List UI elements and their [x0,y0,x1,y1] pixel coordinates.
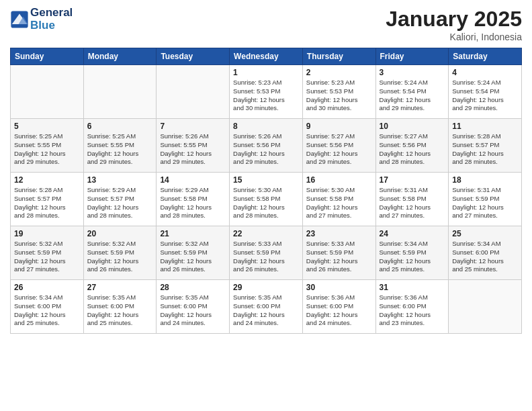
calendar-cell: 4Sunrise: 5:24 AM Sunset: 5:54 PM Daylig… [449,65,522,119]
day-number: 20 [87,229,153,238]
day-info: Sunrise: 5:26 AM Sunset: 5:56 PM Dayligh… [233,132,299,167]
day-number: 21 [160,229,226,238]
day-info: Sunrise: 5:32 AM Sunset: 5:59 PM Dayligh… [14,240,80,274]
day-info: Sunrise: 5:30 AM Sunset: 5:58 PM Dayligh… [306,186,372,220]
day-info: Sunrise: 5:28 AM Sunset: 5:57 PM Dayligh… [452,132,518,167]
day-number: 28 [160,283,226,292]
calendar-page: General Blue January 2025 Kaliori, Indon… [0,0,532,411]
day-info: Sunrise: 5:23 AM Sunset: 5:53 PM Dayligh… [233,79,299,113]
calendar-cell: 17Sunrise: 5:31 AM Sunset: 5:58 PM Dayli… [375,173,449,226]
calendar-week-1: 1Sunrise: 5:23 AM Sunset: 5:53 PM Daylig… [11,65,522,119]
calendar-week-3: 12Sunrise: 5:28 AM Sunset: 5:57 PM Dayli… [11,173,522,226]
logo-icon [10,10,29,29]
calendar-cell: 5Sunrise: 5:25 AM Sunset: 5:55 PM Daylig… [11,119,84,173]
calendar-cell: 16Sunrise: 5:30 AM Sunset: 5:58 PM Dayli… [302,173,375,226]
calendar-cell: 21Sunrise: 5:32 AM Sunset: 5:59 PM Dayli… [157,226,230,280]
day-info: Sunrise: 5:35 AM Sunset: 6:00 PM Dayligh… [160,293,226,328]
day-number: 17 [380,175,445,185]
calendar-cell: 6Sunrise: 5:25 AM Sunset: 5:55 PM Daylig… [83,119,157,173]
calendar-cell: 20Sunrise: 5:32 AM Sunset: 5:59 PM Dayli… [83,226,157,280]
col-tuesday: Tuesday [157,48,230,65]
day-info: Sunrise: 5:34 AM Sunset: 6:00 PM Dayligh… [14,293,80,328]
calendar-cell: 8Sunrise: 5:26 AM Sunset: 5:56 PM Daylig… [230,119,303,173]
header: General Blue January 2025 Kaliori, Indon… [10,7,522,42]
calendar-cell: 14Sunrise: 5:29 AM Sunset: 5:58 PM Dayli… [157,173,230,226]
day-number: 15 [233,175,299,185]
day-info: Sunrise: 5:31 AM Sunset: 5:58 PM Dayligh… [380,186,445,220]
month-title: January 2025 [386,7,522,32]
day-info: Sunrise: 5:34 AM Sunset: 6:00 PM Dayligh… [452,240,518,274]
calendar-cell: 2Sunrise: 5:23 AM Sunset: 5:53 PM Daylig… [302,65,375,119]
day-number: 27 [87,283,153,292]
day-info: Sunrise: 5:32 AM Sunset: 5:59 PM Dayligh… [87,240,153,274]
calendar-cell: 13Sunrise: 5:29 AM Sunset: 5:57 PM Dayli… [83,173,157,226]
day-info: Sunrise: 5:33 AM Sunset: 5:59 PM Dayligh… [306,240,372,274]
calendar-week-4: 19Sunrise: 5:32 AM Sunset: 5:59 PM Dayli… [11,226,522,280]
location: Kaliori, Indonesia [386,32,522,42]
calendar-cell: 30Sunrise: 5:36 AM Sunset: 6:00 PM Dayli… [302,280,375,334]
calendar-cell: 29Sunrise: 5:35 AM Sunset: 6:00 PM Dayli… [230,280,303,334]
day-number: 30 [306,283,372,292]
day-number: 23 [306,229,372,238]
calendar-cell: 23Sunrise: 5:33 AM Sunset: 5:59 PM Dayli… [302,226,375,280]
day-info: Sunrise: 5:36 AM Sunset: 6:00 PM Dayligh… [306,293,372,328]
calendar-header-row: Sunday Monday Tuesday Wednesday Thursday… [11,48,522,65]
calendar-cell: 25Sunrise: 5:34 AM Sunset: 6:00 PM Dayli… [449,226,522,280]
day-number: 7 [160,122,226,131]
col-wednesday: Wednesday [230,48,303,65]
day-number: 10 [380,122,445,131]
day-info: Sunrise: 5:31 AM Sunset: 5:59 PM Dayligh… [452,186,518,220]
day-info: Sunrise: 5:26 AM Sunset: 5:55 PM Dayligh… [160,132,226,167]
day-number: 4 [452,68,518,77]
calendar-cell: 3Sunrise: 5:24 AM Sunset: 5:54 PM Daylig… [375,65,449,119]
day-number: 3 [380,68,445,77]
calendar-cell: 1Sunrise: 5:23 AM Sunset: 5:53 PM Daylig… [230,65,303,119]
calendar-cell [11,65,84,119]
day-number: 25 [452,229,518,238]
calendar-cell [83,65,157,119]
day-info: Sunrise: 5:24 AM Sunset: 5:54 PM Dayligh… [380,79,445,113]
day-info: Sunrise: 5:35 AM Sunset: 6:00 PM Dayligh… [233,293,299,328]
logo-text-line1: General [30,7,73,19]
day-number: 18 [452,175,518,185]
day-info: Sunrise: 5:30 AM Sunset: 5:58 PM Dayligh… [233,186,299,220]
day-info: Sunrise: 5:24 AM Sunset: 5:54 PM Dayligh… [452,79,518,113]
day-number: 13 [87,175,153,185]
day-info: Sunrise: 5:23 AM Sunset: 5:53 PM Dayligh… [306,79,372,113]
day-number: 22 [233,229,299,238]
day-info: Sunrise: 5:28 AM Sunset: 5:57 PM Dayligh… [14,186,80,220]
col-friday: Friday [375,48,449,65]
day-info: Sunrise: 5:32 AM Sunset: 5:59 PM Dayligh… [160,240,226,274]
day-info: Sunrise: 5:27 AM Sunset: 5:56 PM Dayligh… [306,132,372,167]
calendar-week-2: 5Sunrise: 5:25 AM Sunset: 5:55 PM Daylig… [11,119,522,173]
col-thursday: Thursday [302,48,375,65]
calendar-cell: 15Sunrise: 5:30 AM Sunset: 5:58 PM Dayli… [230,173,303,226]
day-info: Sunrise: 5:25 AM Sunset: 5:55 PM Dayligh… [87,132,153,167]
day-number: 5 [14,122,80,131]
calendar-cell: 7Sunrise: 5:26 AM Sunset: 5:55 PM Daylig… [157,119,230,173]
day-number: 14 [160,175,226,185]
day-number: 26 [14,283,80,292]
calendar-cell: 10Sunrise: 5:27 AM Sunset: 5:56 PM Dayli… [375,119,449,173]
day-number: 6 [87,122,153,131]
day-info: Sunrise: 5:29 AM Sunset: 5:58 PM Dayligh… [160,186,226,220]
day-number: 8 [233,122,299,131]
logo: General Blue [10,7,73,32]
col-sunday: Sunday [11,48,84,65]
day-info: Sunrise: 5:29 AM Sunset: 5:57 PM Dayligh… [87,186,153,220]
calendar-week-5: 26Sunrise: 5:34 AM Sunset: 6:00 PM Dayli… [11,280,522,334]
calendar-cell [449,280,522,334]
day-number: 19 [14,229,80,238]
day-number: 31 [380,283,445,292]
calendar-cell: 18Sunrise: 5:31 AM Sunset: 5:59 PM Dayli… [449,173,522,226]
calendar-cell: 22Sunrise: 5:33 AM Sunset: 5:59 PM Dayli… [230,226,303,280]
day-number: 2 [306,68,372,77]
calendar-cell: 31Sunrise: 5:36 AM Sunset: 6:00 PM Dayli… [375,280,449,334]
day-info: Sunrise: 5:36 AM Sunset: 6:00 PM Dayligh… [380,293,445,328]
col-monday: Monday [83,48,157,65]
calendar-cell: 9Sunrise: 5:27 AM Sunset: 5:56 PM Daylig… [302,119,375,173]
day-number: 12 [14,175,80,185]
calendar-cell: 28Sunrise: 5:35 AM Sunset: 6:00 PM Dayli… [157,280,230,334]
day-number: 24 [380,229,445,238]
calendar-cell: 26Sunrise: 5:34 AM Sunset: 6:00 PM Dayli… [11,280,84,334]
